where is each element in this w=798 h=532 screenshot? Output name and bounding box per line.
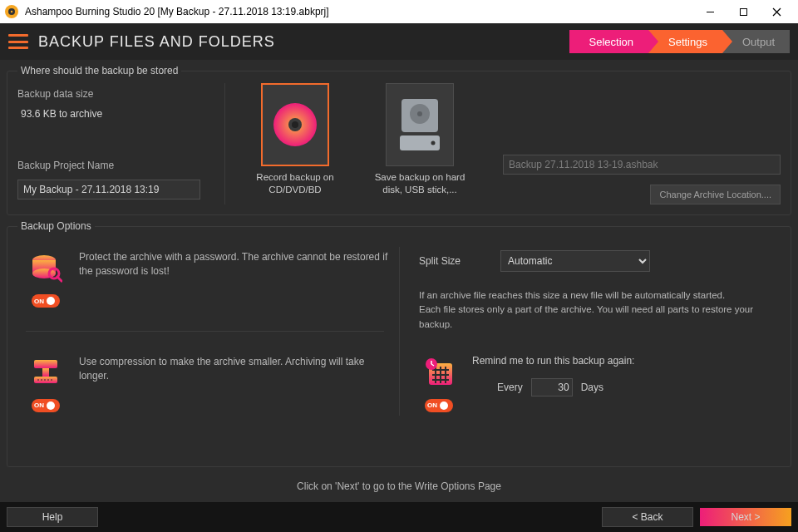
step-selection[interactable]: Selection <box>569 30 648 53</box>
option-compression: ON Use compression to make the archive s… <box>17 343 399 424</box>
svg-rect-21 <box>42 368 49 377</box>
menu-button[interactable] <box>8 34 28 49</box>
page-title: BACKUP FILES AND FOLDERS <box>38 33 569 51</box>
archive-path-field[interactable]: Backup 27.11.2018 13-19.ashbak <box>503 155 781 175</box>
option-password: ON Protect the archive with a password. … <box>17 239 399 343</box>
destination-disc[interactable]: Record backup on CD/DVD/BD <box>245 83 345 196</box>
hint-text: Click on 'Next' to go to the Write Optio… <box>7 472 791 497</box>
app-icon <box>5 5 18 18</box>
project-name-label: Backup Project Name <box>17 160 216 171</box>
compression-icon <box>29 355 62 391</box>
window-titlebar: Ashampoo Burning Studio 20 [My Backup - … <box>0 0 798 23</box>
destination-hdd[interactable]: Save backup on hard disk, USB stick,... <box>370 83 470 196</box>
svg-point-8 <box>292 121 298 128</box>
reminder-label: Remind me to run this backup again: <box>472 355 634 367</box>
disc-icon <box>261 83 329 166</box>
footer-bar: Help < Back Next > <box>0 502 798 532</box>
option-split-size: Split Size Automatic If an archive file … <box>399 239 781 343</box>
reminder-toggle[interactable]: ON <box>425 399 453 412</box>
next-button[interactable]: Next > <box>700 508 791 526</box>
svg-point-13 <box>431 141 436 145</box>
password-icon <box>29 250 62 286</box>
close-button[interactable] <box>760 0 793 23</box>
split-size-label: Split Size <box>419 255 461 267</box>
options-section: Backup Options <box>7 220 791 467</box>
back-button[interactable]: < Back <box>602 507 693 527</box>
help-button[interactable]: Help <box>7 507 98 527</box>
reminder-days-input[interactable] <box>531 378 573 397</box>
storage-legend: Where should the backup be stored <box>17 65 181 76</box>
step-settings[interactable]: Settings <box>648 30 722 53</box>
window-title: Ashampoo Burning Studio 20 [My Backup - … <box>25 6 693 17</box>
maximize-button[interactable] <box>727 0 760 23</box>
change-location-button[interactable]: Change Archive Location.... <box>650 185 781 204</box>
page-header: BACKUP FILES AND FOLDERS Selection Setti… <box>0 23 798 60</box>
svg-point-11 <box>417 111 422 116</box>
data-size-value: 93.6 KB to archive <box>21 108 216 120</box>
svg-line-18 <box>57 276 62 282</box>
step-output[interactable]: Output <box>722 30 790 53</box>
project-name-input[interactable] <box>17 180 200 200</box>
option-reminder: ON Remind me to run this backup again: E… <box>399 343 781 424</box>
password-toggle[interactable]: ON <box>32 294 60 308</box>
split-size-select[interactable]: Automatic <box>500 250 650 272</box>
compression-toggle[interactable]: ON <box>32 399 60 412</box>
hard-drive-icon <box>386 83 454 166</box>
svg-rect-19 <box>34 360 57 368</box>
calendar-reminder-icon <box>422 355 456 391</box>
svg-rect-3 <box>740 8 746 15</box>
data-size-label: Backup data size <box>17 88 216 100</box>
wizard-steps: Selection Settings Output <box>569 30 791 53</box>
options-legend: Backup Options <box>17 220 95 232</box>
minimize-button[interactable] <box>693 0 727 23</box>
storage-section: Where should the backup be stored Backup… <box>7 65 791 215</box>
svg-point-1 <box>11 11 12 12</box>
